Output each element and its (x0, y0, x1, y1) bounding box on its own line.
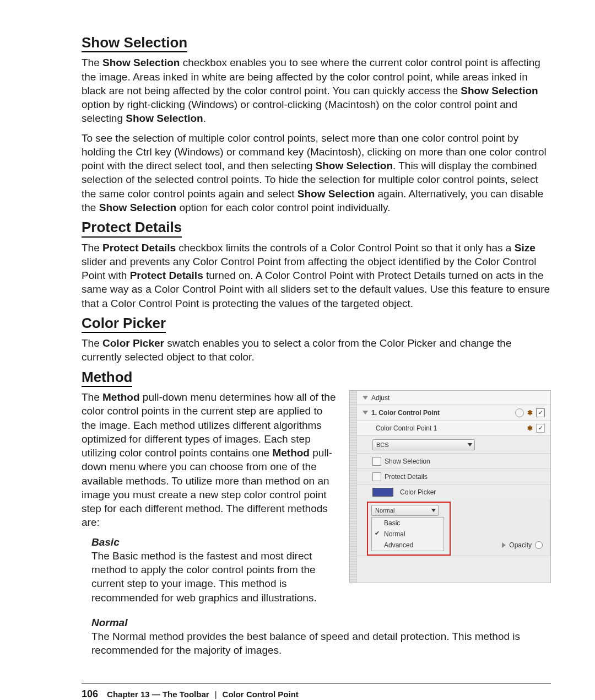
expand-icon (502, 542, 506, 548)
method-dropdown: Basic Normal Advanced (371, 517, 444, 551)
bold-text: Protect Details (102, 242, 176, 254)
page-number: 106 (82, 688, 98, 700)
color-swatch (372, 488, 393, 497)
protect-details-row: Protect Details (357, 469, 550, 484)
protect-details-checkbox (372, 472, 381, 481)
bold-text: Size (515, 242, 536, 254)
text: The (82, 242, 102, 254)
text: The (82, 391, 102, 403)
bold-text: Show Selection (316, 160, 393, 171)
heading-show-selection: Show Selection (82, 35, 187, 52)
ccp-header-row: 1. Color Control Point ✱ (357, 405, 550, 420)
ccp-item-label: Color Control Point 1 (376, 424, 437, 432)
delete-icon: ✱ (527, 424, 533, 432)
opacity-label: Opacity (509, 541, 532, 549)
show-selection-label: Show Selection (385, 457, 430, 465)
panel-title: Adjust (371, 394, 390, 402)
collapse-icon (363, 411, 368, 414)
bold-text: Show Selection (99, 202, 176, 213)
para-color-picker: The Color Picker swatch enables you to s… (82, 336, 551, 364)
text: . (203, 112, 206, 124)
color-picker-row: Color Picker (357, 484, 550, 499)
dropdown-item-advanced: Advanced (372, 540, 443, 551)
footer-topic: Color Control Point (223, 689, 299, 700)
method-select: Normal (371, 505, 439, 516)
subhead-basic: Basic (91, 535, 337, 549)
text: checkbox limits the controls of a Color … (176, 242, 515, 254)
text: pull-down menu where you can choose from… (82, 447, 332, 528)
heading-protect-details: Protect Details (82, 220, 182, 237)
opacity-row: Opacity (451, 538, 550, 552)
page-footer: 106 Chapter 13 — The Toolbar | Color Con… (82, 688, 551, 700)
show-selection-row: Show Selection (357, 453, 550, 469)
footer-separator: | (215, 689, 217, 700)
mode-select-value: BCS (376, 441, 389, 448)
text: The (82, 337, 102, 349)
para-show-selection-1: The Show Selection checkbox enables you … (82, 56, 551, 125)
footer-rule (82, 683, 551, 683)
bold-text: Protect Details (130, 270, 203, 281)
text: option for each color control point indi… (176, 202, 390, 213)
bold-text: Show Selection (461, 85, 538, 96)
show-selection-checkbox (372, 457, 381, 466)
para-protect-details: The Protect Details checkbox limits the … (82, 241, 551, 310)
bold-text: Show Selection (298, 188, 375, 200)
bold-text: Show Selection (126, 112, 203, 124)
circle-icon (515, 408, 524, 417)
heading-method: Method (82, 370, 132, 387)
footer-chapter: Chapter 13 — The Toolbar (107, 689, 209, 700)
heading-color-picker: Color Picker (82, 316, 166, 333)
sub-basic: Basic The Basic method is the fastest an… (91, 535, 337, 605)
panel-header: Adjust (357, 391, 550, 405)
para-method-intro: The Method pull-down menu determines how… (82, 390, 337, 530)
para-normal: The Normal method provides the best bala… (91, 629, 551, 658)
panel-grip (350, 391, 357, 583)
dropdown-item-normal: Normal (372, 529, 443, 540)
bold-text: Show Selection (102, 57, 180, 68)
mode-select-row: BCS (357, 435, 550, 453)
para-show-selection-2: To see the selection of multiple color c… (82, 131, 551, 215)
collapse-icon (363, 396, 368, 400)
bold-text: Color Picker (102, 337, 164, 349)
dropdown-item-basic: Basic (372, 518, 443, 529)
protect-details-label: Protect Details (385, 473, 428, 481)
ccp-item-row: Color Control Point 1 ✱ (357, 420, 550, 435)
enable-checkbox (536, 408, 545, 417)
enable-checkbox (536, 424, 545, 433)
highlight-box: Normal Basic Normal Advanced (367, 502, 451, 556)
ccp-header: 1. Color Control Point (371, 409, 440, 417)
mode-select: BCS (372, 439, 475, 450)
text: The (82, 57, 102, 68)
opacity-radio (535, 541, 543, 549)
bold-text: Method (272, 447, 310, 459)
bold-text: Method (102, 391, 140, 403)
subhead-normal: Normal (91, 616, 551, 629)
method-select-value: Normal (375, 507, 394, 514)
delete-icon: ✱ (527, 409, 533, 417)
para-basic: The Basic method is the fastest and most… (91, 549, 337, 605)
color-picker-label: Color Picker (400, 488, 436, 496)
adjust-panel-figure: Adjust 1. Color Control Point ✱ (349, 390, 551, 583)
sub-normal: Normal The Normal method provides the be… (91, 616, 551, 658)
